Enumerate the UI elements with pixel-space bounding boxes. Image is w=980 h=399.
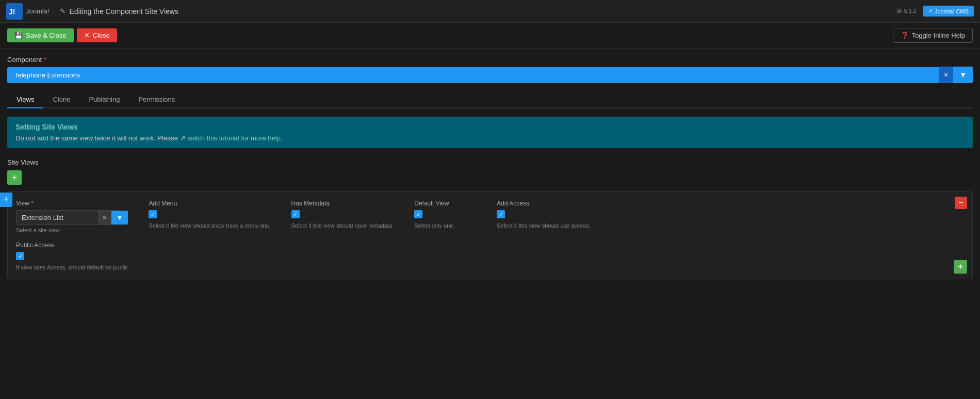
joomla-badge-icon: ↗ (928, 8, 933, 14)
close-x-icon: ✕ (84, 31, 90, 39)
required-marker: * (44, 56, 46, 63)
view-select-hint: Select a site view (16, 227, 128, 233)
add-menu-desc: Select if the view should show have a me… (149, 222, 270, 229)
public-access-checkbox-wrapper: If view uses Access, should default be p… (16, 252, 964, 270)
info-box-link[interactable]: watch this tutorial for more help. (187, 134, 282, 142)
view-fields-row: View * Extension List × ▼ Select a site … (16, 200, 964, 233)
toolbar: 💾 Save & Close ✕ Close ❓ Toggle Inline H… (0, 23, 980, 49)
close-label: Close (93, 31, 110, 39)
public-access-checkbox-item (16, 252, 964, 260)
page-title-area: ✎ Editing the Component Site Views (60, 7, 897, 15)
component-select-wrapper: Telephone Extensions × ▼ (7, 67, 973, 83)
view-select-clear-button[interactable]: × (99, 210, 111, 225)
add-menu-checkbox-item (149, 210, 270, 218)
public-access-label: Public Access (16, 242, 964, 249)
add-menu-checkbox[interactable] (149, 210, 157, 218)
has-metadata-checkbox[interactable] (291, 210, 300, 218)
default-view-field-group: Default View Select only one. (414, 200, 476, 229)
public-access-desc: If view uses Access, should default be p… (16, 264, 964, 270)
add-access-checkbox-item (497, 210, 590, 218)
save-close-label: Save & Close (26, 31, 67, 39)
minus-icon: − (958, 198, 963, 208)
pencil-icon: ✎ (60, 7, 66, 15)
logo-area: J! Joomla! (6, 3, 50, 20)
logo-text: Joomla! (26, 7, 50, 15)
site-views-label: Site Views (7, 158, 973, 166)
joomla-logo-icon: J! (6, 3, 23, 20)
default-view-checkbox-wrapper: Select only one. (414, 210, 476, 229)
add-access-field-group: Add Access Select if this view should us… (497, 200, 590, 229)
add-bottom-button[interactable]: + (954, 260, 967, 274)
add-menu-field-group: Add Menu Select if the view should show … (149, 200, 270, 229)
add-menu-checkbox-wrapper: Select if the view should show have a me… (149, 210, 270, 229)
toggle-help-button[interactable]: ❓ Toggle Inline Help (893, 28, 973, 43)
tab-clone[interactable]: Clone (43, 91, 79, 108)
page-title: Editing the Component Site Views (70, 7, 178, 15)
toolbar-left: 💾 Save & Close ✕ Close (7, 28, 117, 42)
svg-text:J!: J! (9, 7, 15, 15)
view-field-group: View * Extension List × ▼ Select a site … (16, 200, 128, 233)
add-bottom-icon: + (958, 262, 963, 273)
component-select-value: Telephone Extensions (7, 67, 939, 83)
view-card: − View * Extension List × ▼ Select a sit… (7, 191, 973, 279)
top-navbar: J! Joomla! ✎ Editing the Component Site … (0, 0, 980, 23)
joomla-badge: ↗ Joomla! CMS (923, 6, 974, 17)
info-box-main-text: Do not add the same view twice it will n… (15, 134, 178, 142)
component-field-label: Component * (7, 56, 973, 63)
close-button[interactable]: ✕ Close (77, 28, 117, 42)
tab-views[interactable]: Views (7, 91, 43, 108)
view-select-value: Extension List (16, 210, 99, 225)
tab-publishing[interactable]: Publishing (79, 91, 129, 108)
has-metadata-field-group: Has Metadata Select if this view should … (291, 200, 394, 229)
plus-icon: + (12, 172, 18, 183)
component-select-clear-button[interactable]: × (939, 67, 953, 83)
has-metadata-checkbox-wrapper: Select if this view should have metadata… (291, 210, 394, 229)
add-menu-label: Add Menu (149, 200, 270, 207)
info-box: Setting Site Views Do not add the same v… (7, 117, 973, 148)
tab-permissions[interactable]: Permissions (129, 91, 184, 108)
version-text: ⌘ 5.1.2 (896, 8, 917, 14)
external-link-icon: ↗ (180, 134, 186, 142)
toggle-help-label: Toggle Inline Help (912, 31, 965, 39)
remove-view-button[interactable]: − (955, 197, 967, 209)
default-view-label: Default View (414, 200, 476, 207)
has-metadata-desc: Select if this view should have metadata… (291, 222, 394, 229)
info-box-title: Setting Site Views (15, 123, 965, 131)
public-access-row: Public Access If view uses Access, shoul… (16, 242, 964, 270)
default-view-checkbox[interactable] (414, 210, 422, 218)
default-view-checkbox-item (414, 210, 476, 218)
info-box-text: Do not add the same view twice it will n… (15, 134, 965, 142)
add-access-label: Add Access (497, 200, 590, 207)
add-site-view-button[interactable]: + (7, 170, 22, 185)
save-icon: 💾 (14, 31, 23, 39)
tabs-bar: Views Clone Publishing Permissions (7, 91, 973, 108)
add-access-checkbox-wrapper: Select if this view should use access. (497, 210, 590, 229)
save-close-button[interactable]: 💾 Save & Close (7, 28, 74, 42)
add-access-desc: Select if this view should use access. (497, 222, 590, 229)
add-access-checkbox[interactable] (497, 210, 505, 218)
component-select-dropdown-button[interactable]: ▼ (953, 67, 973, 83)
view-select-wrapper: Extension List × ▼ (16, 210, 128, 225)
left-add-button[interactable]: + (0, 193, 12, 207)
view-select-dropdown-button[interactable]: ▼ (111, 211, 128, 225)
content-area: Component * Telephone Extensions × ▼ Vie… (0, 49, 980, 292)
default-view-desc: Select only one. (414, 222, 476, 229)
view-field-label: View * (16, 200, 128, 207)
has-metadata-label: Has Metadata (291, 200, 394, 207)
left-plus-icon: + (4, 194, 9, 205)
toolbar-right: ❓ Toggle Inline Help (893, 28, 973, 43)
top-right-area: ⌘ 5.1.2 ↗ Joomla! CMS (896, 6, 974, 17)
joomla-badge-label: Joomla! CMS (935, 8, 969, 14)
public-access-checkbox[interactable] (16, 252, 24, 260)
has-metadata-checkbox-item (291, 210, 394, 218)
help-icon: ❓ (901, 31, 909, 39)
